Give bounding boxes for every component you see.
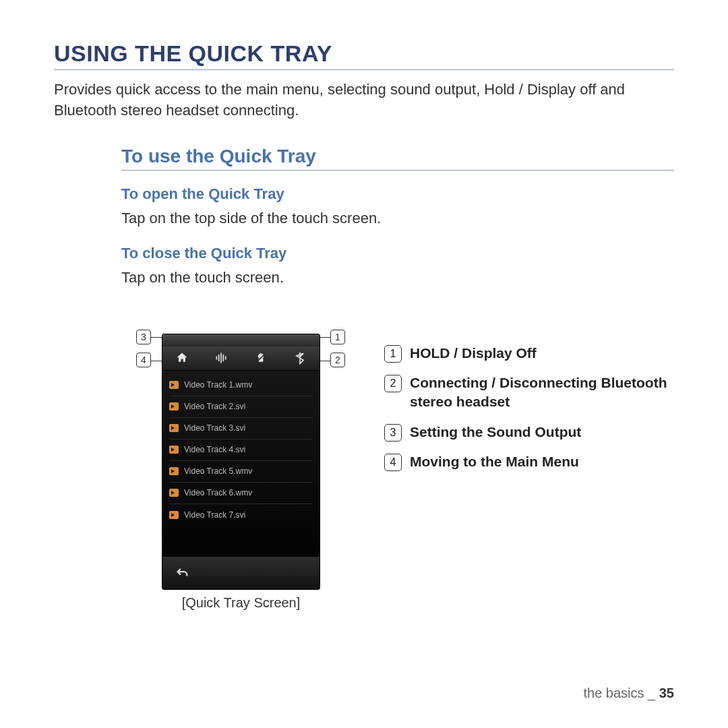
- quick-tray-bar: [162, 346, 320, 371]
- page-title: USING THE QUICK TRAY: [54, 40, 674, 70]
- list-item: Video Track 2.svi: [169, 396, 313, 418]
- list-item: Video Track 3.svi: [169, 418, 313, 439]
- page-footer: the basics _ 35: [583, 686, 674, 701]
- track-list: Video Track 1.wmv Video Track 2.svi Vide…: [162, 371, 320, 530]
- video-file-icon: [169, 381, 179, 389]
- callout-3: 3: [136, 330, 151, 344]
- open-quick-tray-text: Tap on the top side of the touch screen.: [121, 210, 674, 227]
- svg-rect-3: [223, 355, 224, 361]
- callout-2: 2: [330, 353, 345, 367]
- figure-area: 3 4 1 2 Video Track 1.wmv Vid: [121, 334, 674, 637]
- video-file-icon: [169, 489, 179, 497]
- page-number: 35: [659, 686, 674, 700]
- phone-caption: [Quick Tray Screen]: [162, 595, 320, 611]
- open-quick-tray-title: To open the Quick Tray: [121, 185, 674, 203]
- list-item: Video Track 1.wmv: [169, 375, 313, 396]
- phone-bottom-bar: [162, 557, 320, 589]
- section-title: To use the Quick Tray: [121, 146, 674, 171]
- legend-row: 3 Setting the Sound Output: [384, 423, 674, 442]
- phone-screenshot: Video Track 1.wmv Video Track 2.svi Vide…: [162, 334, 320, 590]
- legend-row: 1 HOLD / Display Off: [384, 344, 674, 363]
- legend-text: HOLD / Display Off: [410, 344, 537, 363]
- svg-rect-1: [218, 355, 220, 361]
- svg-rect-4: [225, 357, 226, 360]
- video-file-icon: [169, 402, 179, 411]
- list-item: Video Track 6.wmv: [169, 483, 313, 504]
- video-file-icon: [169, 511, 179, 519]
- track-label: Video Track 3.svi: [184, 423, 245, 433]
- list-item: Video Track 4.svi: [169, 439, 313, 461]
- callout-1: 1: [330, 330, 345, 344]
- legend-text: Moving to the Main Menu: [410, 452, 579, 471]
- sound-bars-icon: [214, 351, 229, 365]
- track-label: Video Track 7.svi: [184, 510, 245, 520]
- video-file-icon: [169, 467, 179, 475]
- video-file-icon: [169, 446, 179, 454]
- phone-top-strip: [162, 334, 320, 346]
- close-quick-tray-text: Tap on the touch screen.: [121, 269, 674, 286]
- track-label: Video Track 2.svi: [184, 402, 245, 411]
- list-item: Video Track 5.wmv: [169, 461, 313, 483]
- back-icon: [175, 566, 189, 580]
- footer-section-label: the basics _: [583, 686, 659, 700]
- svg-rect-2: [221, 353, 222, 363]
- track-label: Video Track 5.wmv: [184, 466, 252, 476]
- legend-row: 2 Connecting / Disconnecting Bluetooth s…: [384, 373, 674, 412]
- list-item: Video Track 7.svi: [169, 504, 313, 526]
- legend-number: 4: [384, 454, 402, 471]
- hold-display-icon: [253, 351, 268, 365]
- track-label: Video Track 6.wmv: [184, 488, 252, 497]
- legend-number: 3: [384, 424, 402, 442]
- open-quick-tray-block: To open the Quick Tray Tap on the top si…: [121, 185, 674, 227]
- close-quick-tray-title: To close the Quick Tray: [121, 245, 674, 262]
- callout-4: 4: [136, 353, 151, 367]
- bluetooth-icon: [293, 351, 307, 365]
- video-file-icon: [169, 424, 179, 432]
- legend-text: Setting the Sound Output: [410, 423, 581, 442]
- track-label: Video Track 4.svi: [184, 445, 245, 454]
- home-icon: [175, 351, 189, 365]
- intro-paragraph: Provides quick access to the main menu, …: [54, 80, 674, 121]
- track-label: Video Track 1.wmv: [184, 380, 252, 390]
- svg-rect-0: [216, 357, 218, 360]
- legend-number: 1: [384, 345, 402, 363]
- callout-legend: 1 HOLD / Display Off 2 Connecting / Disc…: [384, 344, 674, 483]
- legend-number: 2: [384, 375, 402, 392]
- close-quick-tray-block: To close the Quick Tray Tap on the touch…: [121, 245, 674, 286]
- legend-row: 4 Moving to the Main Menu: [384, 452, 674, 471]
- legend-text: Connecting / Disconnecting Bluetooth ste…: [410, 373, 674, 412]
